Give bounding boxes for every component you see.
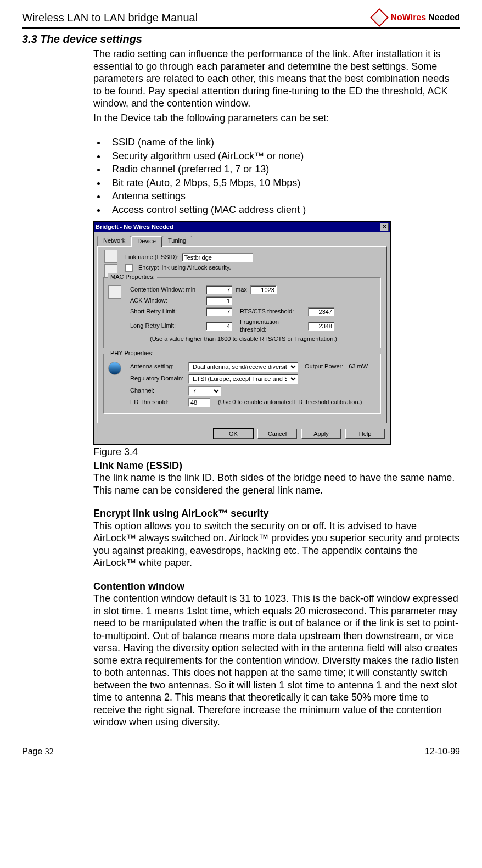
figure-caption: Figure 3.4 [93, 446, 460, 458]
sub2-heading: Encrypt link using AirLock™ security [93, 507, 460, 520]
long-retry-input[interactable] [206, 322, 232, 331]
tab-tuning[interactable]: Tuning [162, 236, 192, 246]
rts-input[interactable] [308, 307, 334, 316]
ed-threshold-label: ED Threshold: [130, 399, 185, 406]
mac-note: (Use a value higher than 1600 to disable… [150, 335, 376, 343]
list-item: Bit rate (Auto, 2 Mbps, 5,5 Mbps, 10 Mbp… [107, 177, 460, 189]
mac-properties-group: MAC Properties: Contention Window: min m… [103, 277, 381, 348]
doc-title: Wireless LAN to LAN bridge Manual [22, 12, 198, 24]
sub2-body: This option allows you to switch the sec… [93, 520, 460, 569]
list-item: Security algorithm used (AirLock™ or non… [107, 150, 460, 163]
phy-group-legend: PHY Properties: [108, 350, 156, 357]
monitor-icon [104, 250, 117, 263]
sub1-body: The link name is the link ID. Both sides… [93, 472, 460, 496]
ed-threshold-note: (Use 0 to enable automated ED threshold … [218, 399, 362, 406]
short-retry-label: Short Retry Limit: [130, 308, 203, 316]
ack-label: ACK Window: [130, 297, 203, 305]
ack-input[interactable] [206, 296, 232, 305]
list-item: Antenna settings [107, 190, 460, 203]
tab-network[interactable]: Network [97, 236, 131, 246]
page-number: Page 32 [22, 747, 54, 757]
close-icon[interactable]: ✕ [380, 223, 389, 231]
cancel-button[interactable]: Cancel [257, 429, 297, 439]
reg-domain-select[interactable]: ETSI (Europe, except France and Spain) [188, 374, 298, 384]
list-item: Radio channel (preferred 1, 7 or 13) [107, 163, 460, 176]
intro-paragraph-1: The radio setting can influence the perf… [93, 48, 460, 110]
footer-date: 12-10-99 [425, 747, 460, 757]
output-power-label: Output Power: [305, 363, 343, 371]
list-item: SSID (name of the link) [107, 136, 460, 149]
logo-text-red: NoWires [390, 13, 426, 23]
antenna-select[interactable]: Dual antenna, send/receive diversity [188, 362, 298, 372]
dialog-titlebar: BridgeIt - No Wires Needed ✕ [94, 222, 390, 232]
list-item: Access control setting (MAC address clie… [107, 204, 460, 216]
antenna-label: Antenna setting: [130, 363, 185, 371]
channel-select[interactable]: 7 [188, 386, 221, 396]
dialog-window: BridgeIt - No Wires Needed ✕ Network Dev… [93, 221, 391, 445]
footer-rule [22, 743, 460, 743]
logo: NoWiresNeeded [373, 11, 460, 24]
ok-button[interactable]: OK [214, 429, 253, 439]
long-retry-label: Long Retry Limit: [130, 322, 203, 330]
sub1-heading: Link Name (ESSID) [93, 460, 460, 472]
link-name-label: Link name (ESSID): [125, 254, 178, 261]
device-icon [108, 285, 121, 299]
header-rule [22, 27, 460, 29]
link-name-input[interactable] [182, 253, 253, 262]
phy-properties-group: PHY Properties: Antenna setting: Dual an… [103, 354, 381, 414]
sub3-heading: Contention window [93, 580, 460, 593]
output-power-value: 63 mW [349, 363, 368, 371]
cw-max-input[interactable] [250, 285, 277, 294]
tab-device[interactable]: Device [131, 236, 162, 247]
section-heading: 3.3 The device settings [22, 33, 460, 46]
logo-text-black: Needed [428, 13, 460, 23]
reg-domain-label: Regulatory Domain: [130, 375, 185, 383]
globe-icon [108, 362, 121, 375]
encrypt-checkbox[interactable] [125, 264, 133, 272]
cw-max-label: max [236, 286, 247, 294]
mac-group-legend: MAC Properties: [108, 273, 157, 281]
encrypt-label: Encrypt link using AirLock security. [138, 264, 231, 272]
cw-min-input[interactable] [206, 285, 232, 294]
help-button[interactable]: Help [345, 429, 385, 439]
short-retry-input[interactable] [206, 307, 232, 316]
parameter-list: SSID (name of the link) Security algorit… [93, 136, 460, 216]
intro-paragraph-2: In the Device tab the following paramete… [93, 112, 460, 125]
frag-input[interactable] [308, 322, 334, 331]
dialog-title: BridgeIt - No Wires Needed [96, 223, 173, 231]
apply-button[interactable]: Apply [301, 429, 341, 439]
channel-label: Channel: [130, 387, 185, 395]
cw-label: Contention Window: min [130, 286, 203, 294]
sub3-body: The contention window default is 31 to 1… [93, 592, 460, 729]
logo-diamond-icon [370, 8, 389, 27]
ed-threshold-input[interactable] [188, 398, 210, 407]
rts-label: RTS/CTS threshold: [240, 308, 305, 316]
frag-label: Fragmentation threshold: [240, 318, 305, 334]
